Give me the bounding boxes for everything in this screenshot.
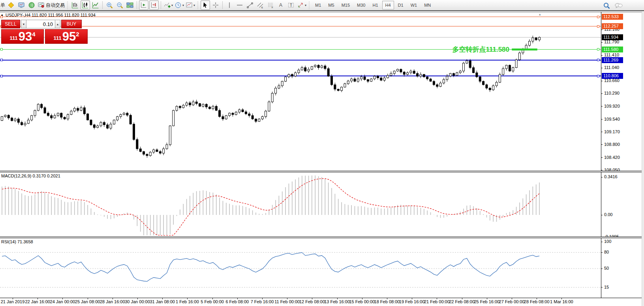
line-handle[interactable] bbox=[597, 48, 599, 50]
candle-body bbox=[189, 103, 191, 105]
timeframe-m1[interactable]: M1 bbox=[312, 1, 324, 9]
autotrading-label: 自动交易 bbox=[46, 2, 65, 9]
line-handle[interactable] bbox=[0, 48, 3, 50]
horizontal-line-icon bbox=[236, 2, 243, 9]
line-handle[interactable] bbox=[0, 59, 3, 61]
indicators-button[interactable]: ▾ bbox=[163, 0, 173, 10]
search-button[interactable] bbox=[602, 1, 611, 10]
candlestick-button[interactable] bbox=[81, 0, 90, 10]
line-handle[interactable] bbox=[597, 75, 599, 77]
signals-button[interactable] bbox=[27, 0, 36, 10]
candle-body bbox=[169, 126, 171, 145]
candle-body bbox=[515, 60, 517, 67]
candle-body bbox=[64, 117, 66, 119]
candle-body bbox=[245, 112, 247, 114]
candle-body bbox=[505, 65, 507, 69]
crosshair-button[interactable] bbox=[211, 0, 220, 10]
volume-up-button[interactable]: ▲ bbox=[55, 20, 60, 28]
candle-body bbox=[182, 105, 184, 108]
search-icon bbox=[603, 2, 610, 9]
tile-windows-button[interactable] bbox=[125, 0, 135, 10]
fibonacci-button[interactable]: F bbox=[266, 0, 275, 10]
trendline-icon bbox=[246, 2, 253, 9]
candle-body bbox=[70, 111, 72, 115]
channel-icon: E bbox=[257, 2, 264, 9]
candle-body bbox=[27, 120, 29, 123]
candle-body bbox=[327, 69, 329, 76]
candle-body bbox=[83, 108, 85, 114]
price-tick-label: 111.040 bbox=[604, 65, 619, 70]
timeframe-m5[interactable]: M5 bbox=[325, 1, 337, 9]
candle-body bbox=[502, 69, 504, 75]
time-label: 25 Feb 16:00 bbox=[474, 299, 499, 304]
clock-icon bbox=[175, 2, 182, 9]
candle-body bbox=[334, 85, 336, 89]
timeframe-w1[interactable]: W1 bbox=[407, 1, 421, 9]
periods-button[interactable]: ▾ bbox=[174, 0, 184, 10]
timeframe-m30[interactable]: M30 bbox=[354, 1, 368, 9]
scroll-to-end-icon[interactable]: ▴ bbox=[539, 12, 541, 16]
candle-body bbox=[93, 125, 95, 127]
volume-down-button[interactable]: ▼ bbox=[21, 20, 26, 28]
timeframe-h4[interactable]: H4 bbox=[382, 1, 394, 9]
panel-collapse-icon[interactable]: ▴ bbox=[1, 13, 3, 17]
autotrading-button[interactable]: 自动交易 bbox=[37, 0, 65, 10]
line-handle[interactable] bbox=[597, 59, 599, 61]
candle-body bbox=[377, 76, 379, 78]
time-label: 5 Feb 00:00 bbox=[201, 299, 224, 304]
timeframe-m15[interactable]: M15 bbox=[338, 1, 353, 9]
timeframe-h1[interactable]: H1 bbox=[369, 1, 381, 9]
pane-separator[interactable] bbox=[0, 171, 644, 172]
yellow-diamond-icon bbox=[8, 2, 15, 9]
line-chart-button[interactable] bbox=[91, 0, 100, 10]
candle-body bbox=[436, 85, 438, 86]
chevron-down-icon[interactable]: ▾ bbox=[171, 4, 173, 7]
zoom-out-button[interactable] bbox=[115, 0, 124, 10]
time-axis-line bbox=[0, 298, 644, 298]
timeframe-d1[interactable]: D1 bbox=[395, 1, 407, 9]
horizontal-line-button[interactable] bbox=[235, 0, 244, 10]
rsi-pane bbox=[0, 238, 601, 298]
pane-separator[interactable] bbox=[0, 237, 644, 238]
candle-body bbox=[179, 106, 181, 108]
cursor-button[interactable] bbox=[201, 0, 210, 10]
text-label-button[interactable]: T bbox=[286, 0, 296, 10]
templates-button[interactable]: ▾ bbox=[185, 0, 195, 10]
candle-body bbox=[110, 124, 112, 128]
vertical-line-button[interactable] bbox=[225, 0, 234, 10]
text-button[interactable]: A bbox=[276, 0, 285, 10]
buy-button[interactable]: BUY bbox=[61, 20, 82, 28]
auto-scroll-button[interactable] bbox=[139, 0, 148, 10]
line-handle[interactable] bbox=[0, 75, 3, 77]
chevron-down-icon[interactable]: ▾ bbox=[193, 4, 195, 7]
chevron-down-icon[interactable]: ▾ bbox=[182, 4, 184, 7]
candle-body bbox=[41, 104, 43, 108]
line-handle[interactable] bbox=[597, 25, 599, 28]
bar-chart-button[interactable] bbox=[70, 0, 80, 10]
sell-button[interactable]: SELL bbox=[1, 20, 20, 28]
trendline-button[interactable] bbox=[245, 0, 255, 10]
candle-body bbox=[360, 77, 362, 79]
zoom-in-button[interactable] bbox=[105, 0, 114, 10]
arrows-button[interactable]: ▾ bbox=[297, 0, 307, 10]
timeframe-mn[interactable]: MN bbox=[421, 1, 434, 9]
sell-price-button[interactable]: 111 93 4 bbox=[1, 29, 44, 44]
candle-body bbox=[288, 75, 290, 77]
line-handle[interactable] bbox=[597, 16, 599, 18]
price-tick bbox=[601, 119, 603, 119]
new-order-button[interactable]: 单 bbox=[0, 2, 6, 9]
chart-shift-button[interactable] bbox=[149, 0, 159, 10]
time-label: 7 Feb 16:00 bbox=[251, 299, 274, 304]
chat-button[interactable] bbox=[614, 1, 623, 10]
candle-body bbox=[173, 110, 175, 126]
chevron-down-icon[interactable]: ▾ bbox=[305, 4, 306, 7]
candle-body bbox=[44, 108, 46, 113]
buy-price-button[interactable]: 111 95 2 bbox=[45, 29, 88, 44]
candle-body bbox=[57, 113, 59, 116]
market-watch-button[interactable] bbox=[17, 0, 26, 10]
volume-input[interactable] bbox=[26, 20, 55, 28]
price-tick bbox=[601, 106, 603, 106]
candle-body bbox=[123, 113, 125, 114]
equidistant-channel-button[interactable]: E bbox=[255, 0, 265, 10]
data-window-button[interactable] bbox=[6, 0, 16, 10]
